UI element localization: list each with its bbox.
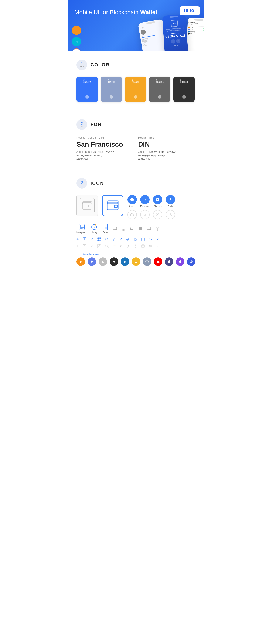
chevron-left-gray-icon: < [120, 244, 122, 248]
nav-icons-row-bottom [128, 210, 175, 219]
action-icons-row: Mangment History Order [76, 224, 196, 234]
svg-rect-43 [98, 238, 98, 239]
svg-point-14 [157, 214, 158, 215]
icon-section: 3 THREE ICON [68, 170, 204, 274]
svg-point-52 [135, 239, 136, 240]
dash-icon: D [121, 258, 129, 266]
sketch-icon [72, 26, 81, 35]
font-number-badge: 2 TWO [76, 119, 87, 130]
svg-rect-63 [98, 247, 98, 248]
svg-rect-30 [113, 227, 117, 230]
screens-badge: 60+ Screens [72, 48, 81, 51]
color-section: 1 ONE COLOR #3574FA #8DA0C8 #F5A623 #666… [68, 51, 204, 111]
color-swatches: #3574FA #8DA0C8 #F5A623 #666666 #303030 [76, 76, 196, 102]
management-icon-item: Mangment [76, 224, 86, 234]
nav-icons-group: Assets Exchange Discover [128, 195, 175, 219]
assets-outline-icon [128, 210, 137, 219]
svg-rect-29 [106, 227, 107, 229]
icon-number-badge: 3 THREE [76, 178, 87, 188]
phone-center: ▭ Character may be manifested in the gre… [162, 14, 188, 51]
share-gray-icon [126, 244, 130, 248]
hero-badge: UI Kit [180, 6, 200, 15]
small-icons-gray-row: + ✓ ☆ < × [76, 244, 196, 248]
swatch-gray: #666666 [149, 76, 170, 102]
nav-discover-outline [153, 210, 162, 219]
nav-exchange: Exchange [140, 195, 150, 208]
hero-tools: Ps 60+ Screens [72, 26, 81, 51]
blackcoin-icon [110, 258, 118, 266]
order-icon-item: Order [102, 224, 108, 234]
svg-rect-16 [79, 224, 84, 230]
check-icon: ✓ [90, 237, 94, 242]
exchange-icon [140, 195, 150, 204]
svg-marker-75 [179, 260, 182, 263]
phone-mockups: Profile AI Mansment Messages Real Catse … [138, 15, 204, 51]
font-sf: Regular · Medium · Bold San Francisco AB… [76, 136, 134, 161]
settings-icon [134, 238, 137, 241]
svg-marker-74 [168, 260, 170, 263]
colored-wallet-icon [102, 195, 123, 216]
nav-discover: Discover [153, 195, 162, 208]
search-gray-icon [105, 244, 109, 248]
nav-assets: Assets [128, 195, 137, 208]
icon-main-row: Assets Exchange Discover [76, 195, 196, 219]
close-gray-icon: × [156, 244, 159, 248]
note-icon [83, 238, 86, 241]
svg-rect-4 [88, 205, 91, 207]
qr-gray-icon [97, 244, 101, 248]
svg-point-32 [139, 227, 142, 230]
matic-icon [176, 258, 184, 266]
svg-point-66 [135, 246, 136, 247]
svg-marker-73 [156, 260, 160, 263]
star-gray-icon: ☆ [112, 244, 116, 248]
close-icon: × [156, 237, 159, 242]
svg-line-51 [108, 240, 108, 241]
token2-icon [187, 258, 196, 266]
ethereum-icon [88, 258, 96, 266]
font-grid: Regular · Medium · Bold San Francisco AB… [76, 136, 196, 161]
plus-gray-icon: + [76, 244, 79, 248]
crypto-icons-row: ₿ Ł D Z [76, 258, 196, 266]
photoshop-icon: Ps [72, 37, 81, 46]
stack-icon [121, 226, 126, 231]
svg-text:i: i [157, 228, 158, 230]
note-gray-icon [83, 244, 86, 248]
profile-icon [166, 195, 175, 204]
small-icons-blue-row: + ✓ ☆ < × [76, 237, 196, 242]
svg-point-31 [122, 227, 125, 228]
icon-section-header: 3 THREE ICON [76, 178, 196, 188]
upload-icon [141, 238, 145, 241]
star-icon: ☆ [112, 237, 116, 242]
profile-outline-icon [166, 210, 175, 219]
discover-icon [153, 195, 162, 204]
discover-outline-icon [153, 210, 162, 219]
ark-icon [154, 258, 162, 266]
exchange-outline-icon [140, 210, 150, 219]
swatch-orange: #F5A623 [125, 76, 146, 102]
bitcoin-icon: ₿ [76, 258, 85, 266]
color-section-header: 1 ONE COLOR [76, 60, 196, 70]
svg-marker-12 [131, 213, 134, 216]
svg-rect-44 [100, 238, 100, 239]
history-icon-item: History [91, 224, 98, 234]
chat2-icon [147, 226, 151, 231]
hero-section: Mobile UI for Blockchain Wallet UI Kit P… [68, 0, 204, 51]
search-icon [105, 238, 109, 241]
litecoin-icon: Ł [98, 258, 107, 266]
circle-icon [138, 226, 142, 231]
chevron-left-icon: < [120, 237, 122, 242]
zcash-icon: Z [132, 258, 140, 266]
plus-icon: + [76, 237, 79, 242]
svg-rect-33 [147, 227, 151, 230]
svg-rect-62 [100, 245, 100, 246]
wireframe-wallet-inner [80, 198, 94, 213]
svg-line-65 [108, 247, 108, 248]
settings-gray-icon [134, 244, 137, 248]
svg-rect-17 [80, 225, 81, 226]
font-section: 2 TWO FONT Regular · Medium · Bold San F… [68, 111, 204, 170]
qr-icon [97, 238, 101, 241]
assets-icon [128, 195, 137, 204]
svg-rect-45 [98, 240, 98, 240]
upload-gray-icon [141, 244, 145, 248]
share-icon [126, 238, 130, 241]
